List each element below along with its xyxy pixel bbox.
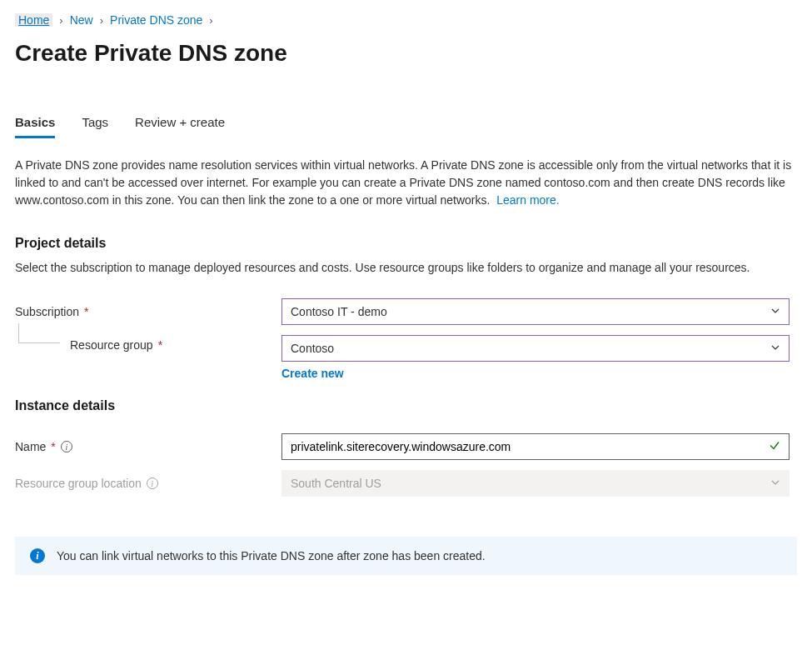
tab-description: A Private DNS zone provides name resolut…: [15, 157, 797, 209]
subscription-select[interactable]: Contoso IT - demo: [281, 298, 790, 325]
chevron-right-icon: ›: [100, 14, 103, 27]
chevron-down-icon: [770, 477, 780, 490]
location-row: Resource group location i South Central …: [15, 470, 797, 497]
required-mark: *: [158, 338, 162, 352]
project-details-subtitle: Select the subscription to manage deploy…: [15, 259, 797, 277]
page-title: Create Private DNS zone: [15, 40, 797, 67]
name-input-wrapper: [281, 433, 790, 460]
chevron-down-icon: [770, 305, 780, 318]
location-select: South Central US: [281, 470, 790, 497]
breadcrumb: Home › New › Private DNS zone ›: [15, 13, 797, 27]
info-icon[interactable]: i: [61, 441, 72, 452]
required-mark: *: [84, 305, 88, 318]
breadcrumb-new[interactable]: New: [70, 13, 93, 27]
breadcrumb-private-dns[interactable]: Private DNS zone: [110, 13, 202, 27]
info-icon[interactable]: i: [147, 478, 158, 489]
subscription-row: Subscription * Contoso IT - demo: [15, 298, 797, 325]
name-row: Name * i: [15, 433, 797, 460]
name-input[interactable]: [291, 440, 762, 453]
tab-basics[interactable]: Basics: [15, 115, 55, 138]
chevron-right-icon: ›: [59, 14, 62, 27]
check-icon: [769, 440, 780, 454]
project-details-title: Project details: [15, 236, 797, 251]
create-new-link[interactable]: Create new: [281, 367, 344, 380]
location-value: South Central US: [291, 477, 381, 490]
breadcrumb-home[interactable]: Home: [15, 13, 52, 27]
chevron-right-icon: ›: [209, 14, 212, 27]
tab-tags[interactable]: Tags: [82, 115, 108, 138]
required-mark: *: [51, 440, 55, 453]
subscription-label: Subscription *: [15, 305, 281, 318]
tabs: Basics Tags Review + create: [15, 115, 797, 138]
resource-group-value: Contoso: [291, 342, 334, 355]
chevron-down-icon: [770, 342, 780, 355]
info-banner-text: You can link virtual networks to this Pr…: [57, 549, 486, 562]
info-banner: i You can link virtual networks to this …: [15, 537, 797, 575]
info-circle-icon: i: [30, 548, 45, 563]
subscription-value: Contoso IT - demo: [291, 305, 387, 318]
indent-connector: [18, 323, 60, 343]
resource-group-select[interactable]: Contoso: [281, 335, 790, 362]
learn-more-link[interactable]: Learn more.: [496, 193, 559, 207]
instance-details-title: Instance details: [15, 398, 797, 413]
location-label: Resource group location i: [15, 477, 281, 490]
resource-group-label: Resource group: [70, 338, 153, 352]
resource-group-label-col: Resource group *: [15, 335, 281, 352]
tab-review-create[interactable]: Review + create: [135, 115, 225, 138]
name-label: Name * i: [15, 440, 281, 453]
resource-group-row: Resource group * Contoso Create new: [15, 335, 797, 380]
